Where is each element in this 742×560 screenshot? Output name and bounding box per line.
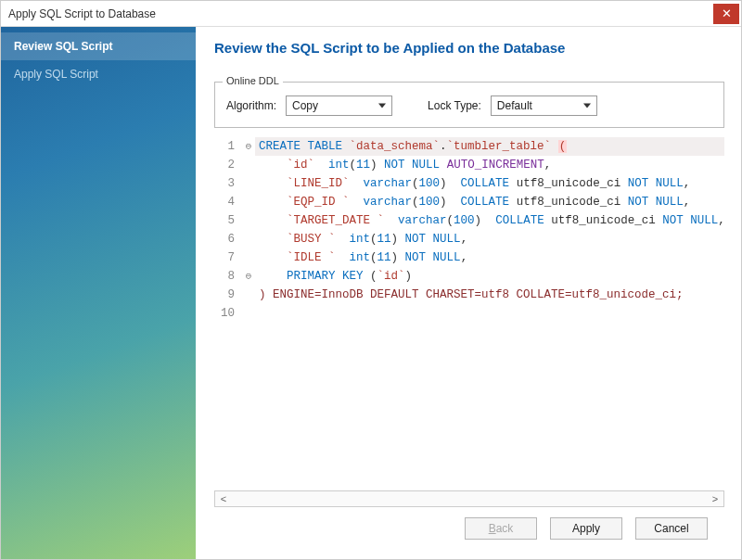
window-title: Apply SQL Script to Database	[8, 7, 156, 20]
apply-button[interactable]: Apply	[550, 517, 622, 540]
editor-code[interactable]: CREATE TABLE `data_schema`.`tumbler_tabl…	[255, 137, 724, 323]
scroll-right-icon[interactable]: >	[710, 493, 720, 504]
titlebar: Apply SQL Script to Database ✕	[1, 1, 741, 27]
scroll-left-icon[interactable]: <	[219, 493, 228, 504]
sidebar-step-label: Apply SQL Script	[14, 68, 98, 81]
online-ddl-legend: Online DDL	[223, 75, 283, 86]
editor-horizontal-scrollbar[interactable]: < >	[214, 490, 724, 507]
sidebar-step-apply[interactable]: Apply SQL Script	[1, 60, 196, 88]
fold-toggle-icon[interactable]: ⊖	[242, 137, 255, 156]
close-icon: ✕	[722, 6, 732, 20]
algorithm-label: Algorithm:	[226, 99, 276, 112]
sidebar-step-label: Review SQL Script	[14, 40, 112, 53]
dialog-window: Apply SQL Script to Database ✕ Review SQ…	[0, 0, 742, 560]
online-ddl-group: Online DDL Algorithm: Copy Lock Type: De…	[214, 82, 724, 128]
page-heading: Review the SQL Script to be Applied on t…	[214, 40, 724, 56]
editor-fold-column: ⊖⊖	[242, 137, 255, 323]
dialog-footer: Back Apply Cancel	[214, 507, 724, 550]
back-mnemonic: B	[489, 522, 496, 535]
locktype-value: Default	[497, 99, 532, 112]
sidebar-step-review[interactable]: Review SQL Script	[1, 32, 196, 60]
locktype-select[interactable]: Default	[491, 95, 597, 116]
cancel-label: Cancel	[654, 522, 688, 535]
locktype-label: Lock Type:	[428, 99, 481, 112]
algorithm-value: Copy	[292, 99, 318, 112]
editor-gutter: 12345678910	[214, 137, 242, 323]
cancel-button[interactable]: Cancel	[635, 517, 708, 540]
wizard-sidebar: Review SQL Script Apply SQL Script	[1, 27, 196, 559]
back-button: Back	[465, 517, 537, 540]
close-button[interactable]: ✕	[713, 4, 739, 24]
main-panel: Review the SQL Script to be Applied on t…	[196, 27, 741, 559]
sql-editor[interactable]: 12345678910 ⊖⊖ CREATE TABLE `data_schema…	[214, 137, 724, 323]
fold-toggle-icon[interactable]: ⊖	[242, 267, 255, 286]
apply-label: Apply	[572, 522, 600, 535]
algorithm-select[interactable]: Copy	[286, 95, 392, 116]
dialog-body: Review SQL Script Apply SQL Script Revie…	[1, 27, 741, 559]
